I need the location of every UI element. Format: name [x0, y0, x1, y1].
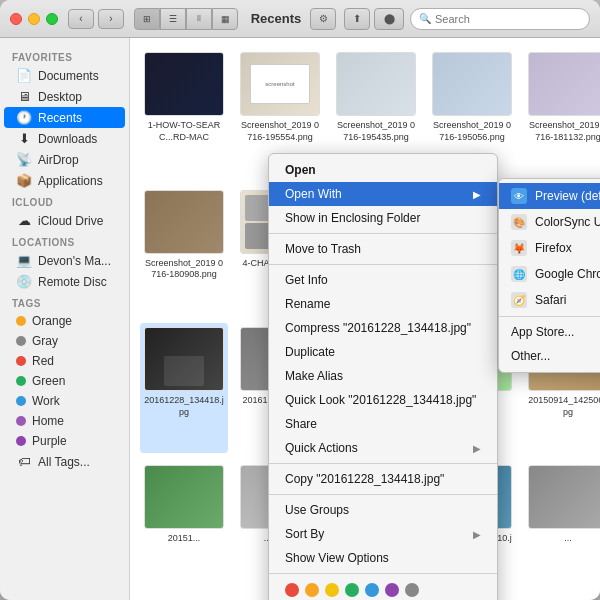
- file-thumb-20: [528, 465, 600, 529]
- sidebar-label-green: Green: [32, 374, 65, 388]
- sidebar-item-devons-mac[interactable]: 💻 Devon's Ma...: [4, 250, 125, 271]
- file-item-16[interactable]: 20151...: [140, 461, 228, 591]
- traffic-lights: [10, 13, 58, 25]
- downloads-icon: ⬇: [16, 131, 32, 146]
- sidebar-item-applications[interactable]: 📦 Applications: [4, 170, 125, 191]
- desktop-icon: 🖥: [16, 89, 32, 104]
- sidebar-item-tag-purple[interactable]: Purple: [4, 431, 125, 451]
- sidebar-item-remote-disc[interactable]: 💿 Remote Disc: [4, 271, 125, 292]
- menu-item-make-alias[interactable]: Make Alias: [269, 364, 497, 388]
- file-area: 1-HOW-TO-SEARC...RD-MAC screenshot Scree…: [130, 38, 600, 600]
- file-item-1[interactable]: 1-HOW-TO-SEARC...RD-MAC: [140, 48, 228, 178]
- sidebar-label-downloads: Downloads: [38, 132, 97, 146]
- file-thumb-3: [336, 52, 416, 116]
- submenu-item-preview[interactable]: 👁 Preview (default): [499, 183, 600, 209]
- menu-item-copy[interactable]: Copy "20161228_134418.jpg": [269, 467, 497, 491]
- sidebar-item-tag-orange[interactable]: Orange: [4, 311, 125, 331]
- action-buttons: ⚙: [310, 8, 336, 30]
- view-column-button[interactable]: ⫴: [186, 8, 212, 30]
- sidebar-item-airdrop[interactable]: 📡 AirDrop: [4, 149, 125, 170]
- sidebar-label-airdrop: AirDrop: [38, 153, 79, 167]
- menu-item-rename[interactable]: Rename: [269, 292, 497, 316]
- close-button[interactable]: [10, 13, 22, 25]
- tags-button[interactable]: ⬤: [374, 8, 404, 30]
- submenu-item-app-store[interactable]: App Store...: [499, 320, 600, 344]
- sidebar-item-desktop[interactable]: 🖥 Desktop: [4, 86, 125, 107]
- sidebar-item-tag-red[interactable]: Red: [4, 351, 125, 371]
- submenu-item-colorsync[interactable]: 🎨 ColorSync Utility: [499, 209, 600, 235]
- menu-item-share[interactable]: Share: [269, 412, 497, 436]
- color-dot-orange[interactable]: [305, 583, 319, 597]
- file-thumb-4: [432, 52, 512, 116]
- menu-item-use-groups[interactable]: Use Groups: [269, 498, 497, 522]
- menu-item-quick-actions[interactable]: Quick Actions ▶: [269, 436, 497, 460]
- file-item-5[interactable]: Screenshot_2019 0716-181132.png: [524, 48, 600, 178]
- search-input[interactable]: [435, 13, 581, 25]
- submenu-item-safari[interactable]: 🧭 Safari: [499, 287, 600, 313]
- color-dot-yellow[interactable]: [325, 583, 339, 597]
- menu-item-sort-by[interactable]: Sort By ▶: [269, 522, 497, 546]
- submenu-item-other[interactable]: Other...: [499, 344, 600, 368]
- sidebar-label-purple: Purple: [32, 434, 67, 448]
- color-dot-green[interactable]: [345, 583, 359, 597]
- sidebar-item-tag-home[interactable]: Home: [4, 411, 125, 431]
- sidebar-item-documents[interactable]: 📄 Documents: [4, 65, 125, 86]
- submenu-item-chrome[interactable]: 🌐 Google Chrome: [499, 261, 600, 287]
- red-dot: [16, 356, 26, 366]
- view-icon-button[interactable]: ⊞: [134, 8, 160, 30]
- file-thumb-2: screenshot: [240, 52, 320, 116]
- forward-button[interactable]: ›: [98, 9, 124, 29]
- search-icon: 🔍: [419, 13, 431, 24]
- view-gallery-button[interactable]: ▦: [212, 8, 238, 30]
- sidebar: Favorites 📄 Documents 🖥 Desktop 🕐 Recent…: [0, 38, 130, 600]
- menu-item-get-info[interactable]: Get Info: [269, 268, 497, 292]
- color-dot-gray[interactable]: [405, 583, 419, 597]
- recents-icon: 🕐: [16, 110, 32, 125]
- menu-item-quick-look[interactable]: Quick Look "20161228_134418.jpg": [269, 388, 497, 412]
- color-dot-blue[interactable]: [365, 583, 379, 597]
- menu-item-show-view-options[interactable]: Show View Options: [269, 546, 497, 570]
- sidebar-item-recents[interactable]: 🕐 Recents: [4, 107, 125, 128]
- sidebar-item-all-tags[interactable]: 🏷 All Tags...: [4, 451, 125, 472]
- back-button[interactable]: ‹: [68, 9, 94, 29]
- sidebar-item-icloud-drive[interactable]: ☁ iCloud Drive: [4, 210, 125, 231]
- maximize-button[interactable]: [46, 13, 58, 25]
- search-box[interactable]: 🔍: [410, 8, 590, 30]
- submenu-item-firefox[interactable]: 🦊 Firefox: [499, 235, 600, 261]
- file-name-11: 20161228_134418.jpg: [144, 395, 224, 418]
- purple-dot: [16, 436, 26, 446]
- minimize-button[interactable]: [28, 13, 40, 25]
- view-list-button[interactable]: ☰: [160, 8, 186, 30]
- gray-dot: [16, 336, 26, 346]
- share-button[interactable]: ⬆: [344, 8, 370, 30]
- window-title: Recents: [242, 11, 310, 26]
- color-dot-red[interactable]: [285, 583, 299, 597]
- safari-icon: 🧭: [511, 292, 527, 308]
- menu-sep-5: [269, 573, 497, 574]
- menu-item-show-enclosing[interactable]: Show in Enclosing Folder: [269, 206, 497, 230]
- file-item-20[interactable]: ...: [524, 461, 600, 591]
- sidebar-item-tag-work[interactable]: Work: [4, 391, 125, 411]
- menu-item-move-trash[interactable]: Move to Trash: [269, 237, 497, 261]
- file-name-6: Screenshot_2019 0716-180908.png: [144, 258, 224, 281]
- sidebar-item-downloads[interactable]: ⬇ Downloads: [4, 128, 125, 149]
- file-item-6[interactable]: Screenshot_2019 0716-180908.png: [140, 186, 228, 316]
- file-item-11[interactable]: 20161228_134418.jpg: [140, 323, 228, 453]
- sidebar-item-tag-green[interactable]: Green: [4, 371, 125, 391]
- sidebar-section-tags: Tags: [0, 292, 129, 311]
- menu-item-open[interactable]: Open: [269, 158, 497, 182]
- submenu-sep-1: [499, 316, 600, 317]
- menu-item-compress[interactable]: Compress "20161228_134418.jpg": [269, 316, 497, 340]
- sidebar-label-desktop: Desktop: [38, 90, 82, 104]
- sidebar-item-tag-gray[interactable]: Gray: [4, 331, 125, 351]
- file-name-4: Screenshot_2019 0716-195056.png: [432, 120, 512, 143]
- preview-icon: 👁: [511, 188, 527, 204]
- gear-button[interactable]: ⚙: [310, 8, 336, 30]
- color-dot-purple[interactable]: [385, 583, 399, 597]
- menu-item-duplicate[interactable]: Duplicate: [269, 340, 497, 364]
- submenu-label-safari: Safari: [535, 293, 566, 307]
- submenu-label-other: Other...: [511, 349, 550, 363]
- file-name-16: 20151...: [168, 533, 201, 545]
- menu-item-open-with[interactable]: Open With ▶ 👁 Preview (default) 🎨 ColorS…: [269, 182, 497, 206]
- menu-sep-2: [269, 264, 497, 265]
